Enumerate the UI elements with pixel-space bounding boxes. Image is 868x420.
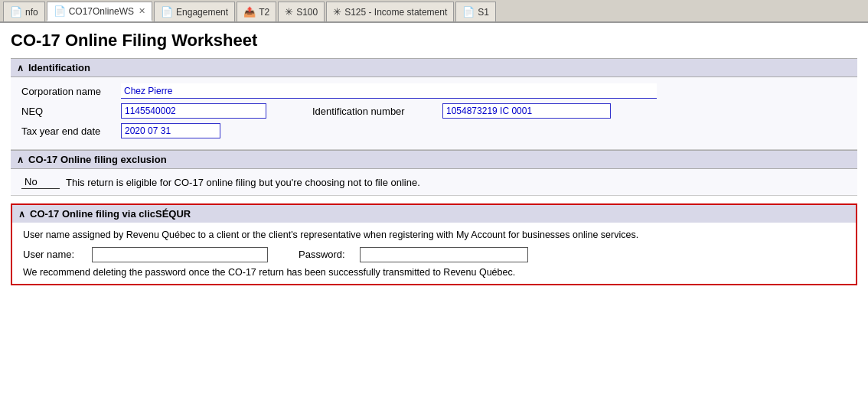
username-row: User name: Password:	[23, 247, 845, 262]
neq-row: NEQ Identification number	[21, 103, 847, 119]
tab-s100[interactable]: ✳ S100	[278, 2, 325, 21]
tax-year-row: Tax year end date	[21, 123, 847, 138]
tab-co17-label: CO17OnlineWS	[69, 6, 134, 17]
identification-section-body: Corporation name NEQ Identification numb…	[11, 77, 857, 150]
online-filing-description: User name assigned by Revenu Québec to a…	[23, 229, 845, 243]
username-input[interactable]	[92, 247, 268, 262]
tax-year-input[interactable]	[121, 123, 220, 138]
tab-s125[interactable]: ✳ S125 - Income statement	[326, 2, 454, 21]
online-filing-section-header[interactable]: ∧ CO-17 Online filing via clicSÉQUR	[12, 205, 856, 223]
neq-input[interactable]	[121, 103, 266, 119]
id-number-label: Identification number	[312, 106, 442, 117]
tab-s1-icon: 📄	[462, 6, 475, 18]
tab-co17-close[interactable]: ✕	[139, 6, 145, 16]
online-filing-section: ∧ CO-17 Online filing via clicSÉQUR User…	[11, 203, 857, 285]
tab-co17[interactable]: 📄 CO17OnlineWS ✕	[47, 2, 152, 21]
exclusion-row: No This return is eligible for CO-17 onl…	[11, 169, 857, 196]
tab-s1[interactable]: 📄 S1	[455, 2, 496, 21]
tab-t2-icon: 📤	[243, 6, 256, 18]
username-label: User name:	[23, 249, 92, 260]
tab-s125-label: S125 - Income statement	[344, 7, 447, 18]
tab-bar: 📄 nfo 📄 CO17OnlineWS ✕ 📄 Engagement 📤 T2…	[0, 0, 868, 23]
password-input[interactable]	[360, 247, 528, 262]
online-filing-chevron: ∧	[18, 209, 25, 220]
tab-t2-label: T2	[259, 7, 269, 18]
tax-year-label: Tax year end date	[21, 125, 121, 137]
page-content: CO-17 Online Filing Worksheet ∧ Identifi…	[0, 23, 868, 420]
corp-name-row: Corporation name	[21, 83, 847, 99]
tab-engagement-label: Engagement	[176, 7, 228, 18]
neq-label: NEQ	[21, 106, 121, 117]
id-number-input[interactable]	[442, 103, 611, 119]
tab-s100-icon: ✳	[285, 6, 293, 18]
tab-s100-label: S100	[296, 7, 318, 18]
tab-t2[interactable]: 📤 T2	[237, 2, 276, 21]
tab-s1-label: S1	[478, 7, 489, 18]
corp-name-label: Corporation name	[21, 86, 121, 97]
exclusion-description: This return is eligible for CO-17 online…	[66, 177, 420, 188]
tab-s125-icon: ✳	[333, 6, 341, 18]
exclusion-section-header[interactable]: ∧ CO-17 Online filing exclusion	[11, 150, 857, 169]
identification-section-label: Identification	[28, 62, 90, 73]
recommend-text: We recommend deleting the password once …	[23, 267, 845, 278]
tab-info-label: nfo	[25, 7, 38, 18]
tab-info[interactable]: 📄 nfo	[3, 2, 45, 21]
tab-co17-icon: 📄	[54, 5, 66, 17]
tab-info-icon: 📄	[10, 6, 22, 18]
identification-chevron: ∧	[17, 63, 24, 73]
exclusion-section-label: CO-17 Online filing exclusion	[28, 154, 167, 165]
identification-section-header[interactable]: ∧ Identification	[11, 58, 857, 77]
online-filing-section-body: User name assigned by Revenu Québec to a…	[12, 223, 856, 284]
tab-engagement-icon: 📄	[161, 6, 173, 18]
tab-engagement[interactable]: 📄 Engagement	[154, 2, 235, 21]
password-label: Password:	[299, 249, 360, 260]
corp-name-input[interactable]	[121, 83, 657, 99]
online-filing-section-label: CO-17 Online filing via clicSÉQUR	[30, 208, 191, 220]
exclusion-no-value: No	[21, 175, 60, 189]
exclusion-chevron: ∧	[17, 155, 24, 165]
page-title: CO-17 Online Filing Worksheet	[11, 31, 857, 50]
